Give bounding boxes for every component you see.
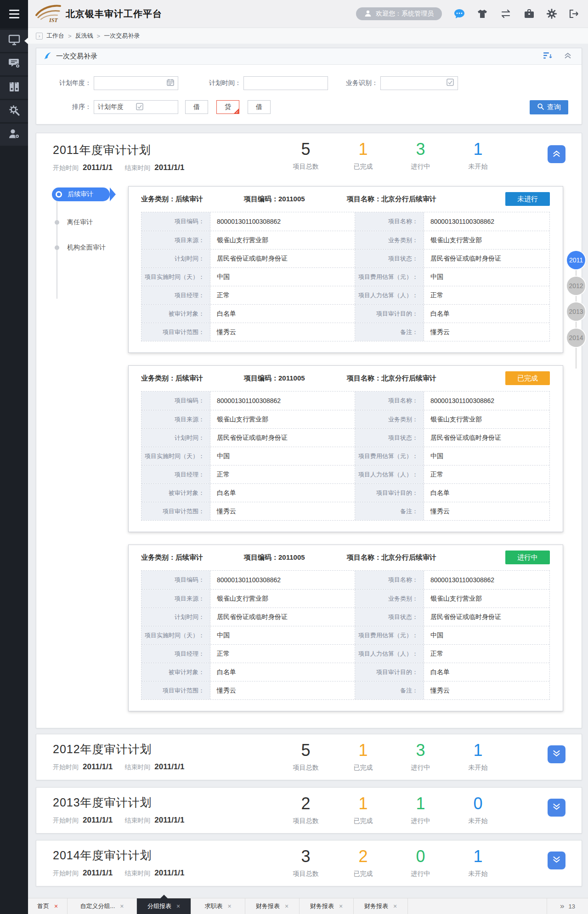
sort-select[interactable]: 计划年度 [94, 100, 178, 114]
bottom-tab-group-report[interactable]: 分组报表 × [137, 898, 191, 914]
collapse-plan-button[interactable] [548, 145, 565, 163]
field-value: 居民省份证或临时身份证 [424, 429, 549, 447]
sidebar [0, 0, 28, 914]
close-icon[interactable]: × [176, 903, 180, 910]
sidebar-item-user-management[interactable] [0, 124, 28, 146]
sidebar-item-messages[interactable] [0, 53, 28, 75]
business-id-input[interactable] [380, 76, 458, 90]
timeline-year-2012[interactable]: 2012 [567, 277, 585, 295]
timeline-year-2011[interactable]: 2011 [567, 251, 585, 269]
checkbox-icon [136, 103, 174, 112]
business-id-field[interactable] [384, 79, 447, 87]
bottom-tab-bar: 首页 × 自定义分组... × 分组报表 × 求职表 × 财务报表 × 财务报表… [28, 898, 588, 914]
sort-label: 排序： [36, 103, 94, 111]
tab-departure-audit[interactable]: 离任审计 [55, 218, 128, 227]
detail-card-header: 业务类别：后续审计 项目编码：2011005 项目名称：北京分行后续审计 已完成 [129, 366, 563, 391]
close-icon[interactable]: × [227, 903, 231, 910]
detail-card-header: 业务类别：后续审计 项目编码：2011005 项目名称：北京分行后续审计 未进行 [129, 187, 563, 211]
field-label: 项目审计目的： [355, 305, 424, 323]
close-icon[interactable]: × [285, 903, 288, 910]
stat-label: 进行中 [392, 764, 449, 772]
plan-time-label: 计划时间： [178, 79, 243, 87]
welcome-pill[interactable]: 欢迎您：系统管理员 [356, 7, 442, 20]
field-label: 项目费用估算（元）： [355, 626, 424, 644]
double-chevron-down-icon [553, 856, 560, 865]
stat-value: 2 [334, 847, 392, 866]
bottom-tab-finance-report-3[interactable]: 财务报表 × [354, 898, 408, 914]
plan-stats: 3 项目总数 2 已完成 0 进行中 1 未开 [277, 847, 507, 878]
stat: 1 已完成 [334, 794, 392, 825]
briefcase-icon[interactable] [524, 9, 535, 19]
field-label: 项目经理： [141, 466, 210, 483]
credit-button-selected[interactable]: 贷✓ [216, 100, 239, 114]
field-value: 居民省份证或临时身份证 [210, 250, 355, 267]
field-label: 被审计对象： [141, 663, 210, 681]
calendar-icon[interactable] [167, 79, 174, 88]
project-detail-card: 业务类别：后续审计 项目编码：2011005 项目名称：北京分行后续审计 已完成… [128, 365, 563, 532]
timeline-year-2013[interactable]: 2013 [567, 302, 585, 321]
breadcrumb-item[interactable]: 一次交易补录 [104, 32, 140, 40]
audit-type-tabs: 后续审计 离任审计 机构全面审计 [36, 187, 128, 252]
stat-label: 项目总数 [277, 163, 334, 171]
more-tabs-icon[interactable]: » [560, 902, 564, 911]
app-title: 北京银丰审计工作平台 [66, 8, 162, 20]
breadcrumb-item[interactable]: 反洗钱 [75, 32, 93, 40]
bottom-tab-finance-report-1[interactable]: 财务报表 × [245, 898, 300, 914]
menu-icon[interactable] [0, 0, 28, 28]
debit-button-2[interactable]: 借 [248, 100, 271, 114]
sort-filter-icon[interactable] [543, 52, 552, 60]
tab-full-institution-audit[interactable]: 机构全面审计 [55, 244, 128, 252]
user-settings-icon [8, 128, 20, 141]
gear-icon[interactable] [547, 9, 557, 19]
bottom-tab-custom-group[interactable]: 自定义分组... × [68, 898, 137, 914]
stat-value: 1 [334, 140, 392, 159]
close-icon[interactable]: × [120, 903, 124, 910]
sidebar-item-archives[interactable] [0, 77, 28, 99]
stat: 1 未开始 [449, 847, 507, 878]
checkbox-icon[interactable] [447, 79, 454, 88]
stat: 1 未开始 [449, 140, 507, 171]
close-icon[interactable]: × [54, 903, 58, 910]
plan-stats: 2 项目总数 1 已完成 1 进行中 0 未开 [277, 794, 507, 825]
sidebar-item-settings-search[interactable] [0, 100, 28, 122]
stat-value: 0 [449, 794, 507, 813]
plan-year-field[interactable] [98, 79, 167, 87]
expand-plan-button[interactable] [548, 799, 565, 817]
field-value: 白名单 [210, 663, 355, 681]
search-button[interactable]: 查询 [530, 100, 568, 114]
stat-label: 进行中 [392, 817, 449, 825]
tab-follow-up-audit[interactable]: 后续审计 [52, 187, 110, 201]
field-value: 中国 [424, 447, 549, 465]
swap-icon[interactable] [500, 9, 512, 18]
bottom-tab-job-table[interactable]: 求职表 × [191, 898, 245, 914]
expand-plan-button[interactable] [548, 745, 565, 763]
field-label: 项目实施时间（天）： [141, 447, 210, 465]
message-icon[interactable] [454, 9, 465, 19]
status-badge: 进行中 [505, 551, 550, 564]
stat-label: 进行中 [392, 163, 449, 171]
field-value: 白名单 [210, 484, 355, 502]
debit-button-1[interactable]: 借 [185, 100, 208, 114]
close-icon[interactable]: × [339, 903, 343, 910]
field-value: 居民省份证或临时身份证 [210, 608, 355, 626]
field-value: 正常 [424, 466, 549, 483]
field-label: 项目状态： [355, 429, 424, 447]
plan-year-input[interactable] [94, 76, 178, 90]
breadcrumb-item[interactable]: 工作台 [46, 32, 64, 40]
bottom-tab-finance-report-2[interactable]: 财务报表 × [300, 898, 354, 914]
bottom-tab-home[interactable]: 首页 × [28, 898, 68, 914]
plan-time-field[interactable] [248, 79, 324, 87]
close-icon[interactable]: × [393, 903, 397, 910]
status-badge: 已完成 [505, 371, 550, 385]
stat: 1 已完成 [334, 140, 392, 171]
field-label: 备注： [355, 681, 424, 699]
logout-icon[interactable] [569, 9, 579, 18]
collapse-panel-icon[interactable] [564, 52, 571, 60]
gear-search-icon [8, 104, 20, 118]
timeline-year-2014[interactable]: 2014 [567, 329, 585, 347]
expand-plan-button[interactable] [548, 852, 565, 869]
table-row: 被审计对象： 白名单 项目审计目的： 白名单 [141, 483, 549, 502]
tshirt-icon[interactable] [477, 9, 488, 19]
sidebar-item-workbench[interactable] [0, 30, 28, 52]
plan-time-input[interactable] [243, 76, 328, 90]
